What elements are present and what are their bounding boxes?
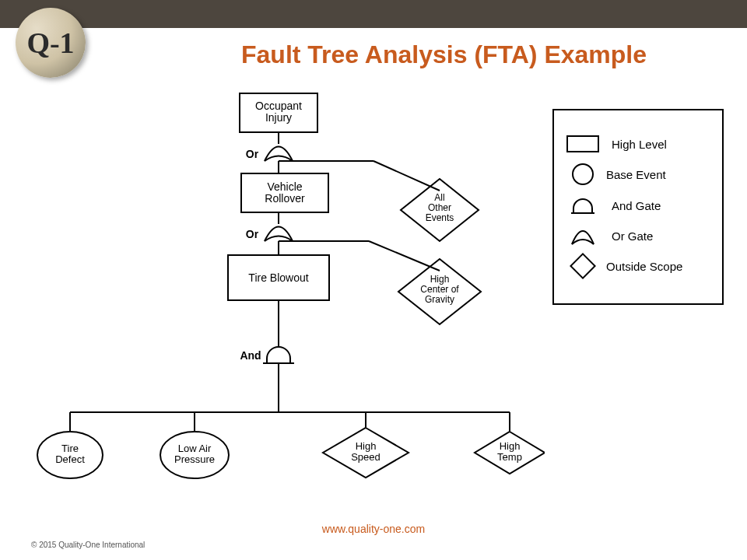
label-tire-blowout: Tire Blowout (248, 271, 308, 284)
copyright: © 2015 Quality-One International (31, 541, 145, 549)
label-gate1: Or (246, 148, 259, 160)
legend-item-base-event: Base Event (566, 163, 710, 185)
label-gate2: Or (246, 228, 259, 240)
footer-url: www.quality-one.com (0, 523, 747, 535)
page-title: Fault Tree Analysis (FTA) Example (241, 40, 647, 69)
label-all-other: AllOtherEvents (426, 192, 454, 223)
label-gate3: And (240, 349, 261, 362)
fault-tree-diagram: OccupantInjury Or VehicleRollover Or All… (0, 89, 545, 509)
legend-label: Outside Scope (606, 260, 682, 273)
label-top: OccupantInjury (255, 100, 302, 124)
and-gate-icon (566, 196, 599, 215)
or-gate-icon (566, 226, 599, 246)
legend-item-high-level: High Level (566, 135, 710, 152)
circle-icon (572, 163, 594, 185)
top-bar (0, 0, 747, 28)
legend-label: And Gate (612, 199, 661, 212)
label-tire-defect: TireDefect (55, 443, 85, 465)
diamond-icon (570, 253, 596, 279)
legend-box: High Level Base Event And Gate Or Gate O… (552, 109, 724, 305)
label-vehicle: VehicleRollover (265, 180, 305, 205)
label-high-cog: HighCenter ofGravity (420, 274, 459, 305)
legend-item-outside-scope: Outside Scope (566, 257, 710, 275)
legend-item-and-gate: And Gate (566, 196, 710, 215)
rect-icon (566, 135, 599, 152)
legend-label: Base Event (606, 168, 666, 181)
label-high-temp: HighTemp (497, 440, 522, 463)
svg-line-8 (369, 241, 440, 271)
label-low-air: Low AirPressure (174, 443, 215, 465)
legend-item-or-gate: Or Gate (566, 226, 710, 246)
logo-badge: Q-1 (16, 8, 86, 78)
legend-label: Or Gate (612, 229, 653, 243)
legend-label: High Level (612, 138, 667, 151)
label-high-speed: HighSpeed (351, 440, 381, 463)
